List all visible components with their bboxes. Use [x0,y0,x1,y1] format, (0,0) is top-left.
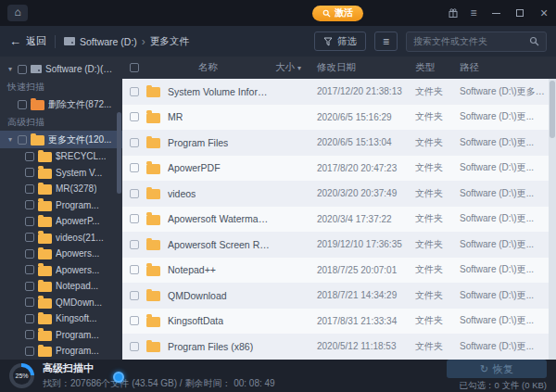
table-header: 名称 大小 ▾ 修改日期 类型 路径 [122,57,556,79]
tree-child-item[interactable]: Apowers... [0,262,122,279]
home-button[interactable]: ⌂ [7,5,28,21]
tree-child-item[interactable]: ApowerP... [0,213,122,230]
scan-progress-value: 25% [13,367,31,385]
back-button[interactable]: ← 返回 [9,34,46,48]
table-row[interactable]: KingsoftData 2017/8/31 21:33:34 文件夹 Soft… [122,309,549,335]
tree-checkbox[interactable] [18,100,27,109]
table-row[interactable]: Program Files (x86) 2020/5/12 11:18:53 文… [122,334,549,360]
tree-child-item[interactable]: MR(3278) [0,181,122,197]
row-checkbox[interactable] [130,316,139,325]
sidebar-scrollbar-thumb[interactable] [117,112,121,194]
tree-child-item[interactable]: Notepad... [0,278,122,295]
tree-checkbox[interactable] [25,200,34,209]
table-row[interactable]: Apowersoft Screen Recorde... 2019/12/10 … [122,232,549,258]
maximize-button[interactable] [508,0,532,26]
tree-checkbox[interactable] [25,265,34,274]
tree-item-label: Kingsoft... [56,313,96,323]
table-row[interactable]: System Volume Information 2017/12/20 21:… [122,79,549,105]
tree-child-item[interactable]: System V... [0,165,122,182]
close-button[interactable]: × [532,0,556,26]
tree-checkbox[interactable] [25,347,34,356]
folder-icon [146,291,160,301]
row-checkbox[interactable] [130,265,139,274]
table-row[interactable]: MR 2020/6/5 15:16:29 文件夹 Software (D:\)更… [122,105,549,131]
minimize-icon [492,13,500,14]
row-checkbox[interactable] [130,87,139,96]
sidebar-scrollbar[interactable] [117,60,121,360]
tree-child-item[interactable]: Program... [0,343,122,360]
sort-desc-icon[interactable]: ▾ [297,64,301,72]
gift-icon[interactable] [443,0,463,26]
table-scrollbar-thumb[interactable] [550,81,555,138]
table-row[interactable]: Program Files 2020/6/5 15:13:04 文件夹 Soft… [122,130,549,156]
expand-icon[interactable]: ▾ [6,65,14,73]
tree-child-item[interactable]: $RECYCL... [0,148,122,165]
tree-child-item[interactable]: Program... [0,327,122,344]
expand-icon[interactable]: ▾ [6,135,14,144]
row-path: Software (D:\)更... [460,110,549,123]
row-date: 2017/8/31 21:33:34 [317,316,415,326]
tree-checkbox[interactable] [18,65,27,74]
tree-root-drive[interactable]: ▾ Software (D:)(2076... [0,60,122,78]
table-row[interactable]: videos 2020/3/20 20:37:49 文件夹 Software (… [122,181,549,207]
view-mode-button[interactable]: ≡ [374,32,398,51]
tree-checkbox[interactable] [25,314,34,323]
tree-checkbox[interactable] [25,152,34,161]
column-header-type[interactable]: 类型 [415,61,460,74]
scan-progress-ring: 25% [9,363,34,388]
tree-child-item[interactable]: videos(21... [0,230,122,247]
row-date: 2020/6/5 15:13:04 [317,137,415,147]
column-header-name[interactable]: 名称 [146,61,275,74]
table-row[interactable]: Apowersoft Watermark Re... 2020/3/4 17:3… [122,207,549,233]
tree-item-more-files[interactable]: ▾ 更多文件(120... [0,131,122,148]
app-window: ⌂ 激活 ≡ × ← 返回 Software (D:) › 更多文件 筛选 [0,0,556,392]
table-row[interactable]: ApowerPDF 2017/8/20 20:47:23 文件夹 Softwar… [122,156,549,182]
tree-checkbox[interactable] [25,217,34,226]
tree-checkbox[interactable] [25,184,34,194]
row-checkbox[interactable] [130,342,139,351]
table-row[interactable]: Notepad++ 2018/7/25 20:07:01 文件夹 Softwar… [122,258,549,284]
tree-child-item[interactable]: Apowers... [0,246,122,262]
tree-item-deleted-files[interactable]: 删除文件(872... [0,95,122,113]
recover-button[interactable]: ↻ 恢复 [447,360,547,378]
row-checkbox[interactable] [130,240,139,249]
row-checkbox[interactable] [130,112,139,121]
tree-checkbox[interactable] [18,135,27,145]
select-all-checkbox[interactable] [130,63,139,72]
tree-child-item[interactable]: Kingsoft... [0,310,122,327]
row-checkbox[interactable] [130,138,139,147]
tree-item-label: MR(3278) [56,183,96,194]
row-checkbox[interactable] [130,214,139,223]
tree-item-label: System V... [56,168,102,178]
row-name: Program Files (x86) [168,341,253,352]
breadcrumb-folder[interactable]: 更多文件 [150,35,189,48]
filter-button[interactable]: 筛选 [314,32,366,51]
menu-icon[interactable]: ≡ [463,0,484,26]
row-checkbox[interactable] [130,189,139,198]
tree-checkbox[interactable] [25,282,34,291]
row-type: 文件夹 [415,136,460,149]
column-label: 类型 [415,61,435,72]
row-checkbox[interactable] [130,291,139,300]
breadcrumb-drive[interactable]: Software (D:) [80,36,137,47]
search-input[interactable] [413,36,524,46]
row-path: Software (D:\)更... [460,161,549,174]
tree-checkbox[interactable] [25,249,34,259]
search-icon[interactable] [529,36,539,46]
tree-child-item[interactable]: Program... [0,197,122,214]
column-header-size[interactable]: 大小 ▾ [275,61,317,74]
tree-child-item[interactable]: QMDown... [0,295,122,311]
table-row[interactable]: QMDownload 2018/7/21 14:34:29 文件夹 Softwa… [122,283,549,309]
tree-checkbox[interactable] [25,297,34,307]
tree-checkbox[interactable] [25,233,34,242]
table-scrollbar[interactable] [549,79,556,360]
minimize-button[interactable] [484,0,508,26]
tree-checkbox[interactable] [25,330,34,339]
row-checkbox[interactable] [130,163,139,172]
row-type: 文件夹 [415,161,460,174]
row-type: 文件夹 [415,187,460,200]
column-header-path[interactable]: 路径 [460,61,549,74]
column-header-date[interactable]: 修改日期 [317,61,415,74]
activate-button[interactable]: 激活 [312,6,363,21]
tree-checkbox[interactable] [25,168,34,177]
